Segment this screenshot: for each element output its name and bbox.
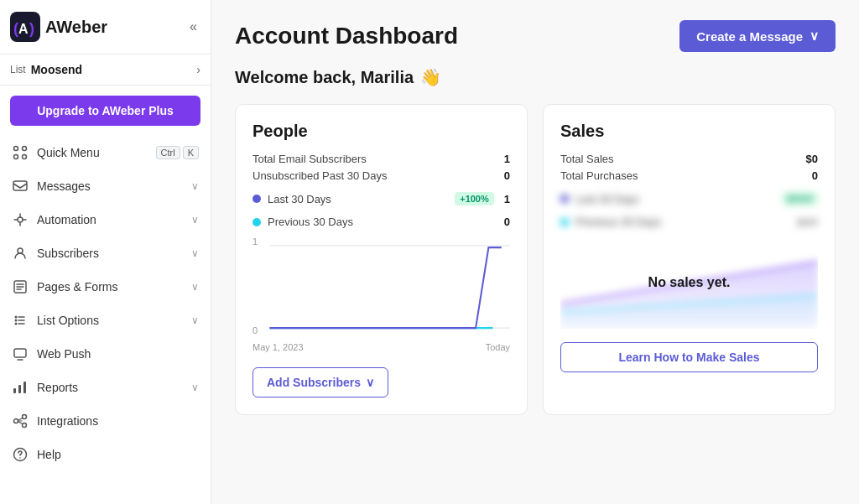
no-sales-text: No sales yet. xyxy=(648,275,731,290)
svg-rect-15 xyxy=(14,349,26,357)
last-30-days-count: 1 xyxy=(504,193,510,205)
people-card: People Total Email Subscribers 1 Unsubsc… xyxy=(235,104,528,415)
list-selector[interactable]: List Moosend › xyxy=(0,55,211,86)
pages-forms-chevron-icon: ∨ xyxy=(191,281,199,293)
previous-30-days-label: Previous 30 Days xyxy=(268,216,353,228)
quick-menu-shortcut: Ctrl K xyxy=(156,146,199,159)
previous-30-days-count: 0 xyxy=(504,216,510,228)
create-message-button[interactable]: Create a Message ∨ xyxy=(679,20,836,52)
sidebar-item-automation[interactable]: Automation ∨ xyxy=(0,203,211,236)
people-chart-svg xyxy=(252,236,510,337)
sidebar-item-quick-menu[interactable]: Quick Menu Ctrl K xyxy=(0,136,211,169)
reports-icon xyxy=(12,379,29,396)
people-chart: 1 0 May 1, 2023 Today xyxy=(252,236,510,354)
automation-chevron-icon: ∨ xyxy=(191,214,199,226)
subscribers-label: Subscribers xyxy=(37,247,183,260)
people-card-title: People xyxy=(252,122,510,141)
automation-label: Automation xyxy=(37,213,183,226)
svg-rect-8 xyxy=(13,181,27,190)
help-icon xyxy=(12,446,29,463)
integrations-icon xyxy=(12,413,29,429)
welcome-message: Welcome back, Marilia xyxy=(235,68,414,87)
quick-menu-label: Quick Menu xyxy=(37,146,148,159)
sales-previous-30-legend: Previous 30 Days $### xyxy=(560,216,818,228)
sales-previous-30-label: Previous 30 Days xyxy=(575,216,661,228)
messages-icon xyxy=(12,178,29,195)
add-subscribers-button[interactable]: Add Subscribers ∨ xyxy=(252,367,388,397)
sidebar-item-list-options[interactable]: List Options ∨ xyxy=(0,304,211,337)
svg-point-21 xyxy=(23,423,27,428)
welcome-emoji: 👋 xyxy=(420,67,441,87)
automation-icon xyxy=(12,211,29,228)
messages-chevron-icon: ∨ xyxy=(191,180,199,192)
sidebar-header: ( A ) AWeber « xyxy=(0,0,211,55)
sidebar-item-web-push[interactable]: Web Push xyxy=(0,337,211,371)
main-content: Account Dashboard Create a Message ∨ Wel… xyxy=(211,0,859,504)
app-name: AWeber xyxy=(45,18,107,37)
sales-previous-30-dot xyxy=(560,218,569,226)
svg-point-10 xyxy=(18,248,23,253)
sales-last-30-dot xyxy=(560,195,569,203)
sidebar-item-reports[interactable]: Reports ∨ xyxy=(0,371,211,404)
chart-x-labels: May 1, 2023 Today xyxy=(252,342,510,352)
sales-chart: No sales yet. xyxy=(560,236,818,329)
chart-x-start: May 1, 2023 xyxy=(252,342,304,352)
list-label: List xyxy=(10,64,26,75)
pages-forms-icon xyxy=(12,278,29,295)
pages-forms-label: Pages & Forms xyxy=(37,280,183,294)
list-options-chevron-icon: ∨ xyxy=(191,314,199,326)
dashboard-cards: People Total Email Subscribers 1 Unsubsc… xyxy=(235,104,836,415)
create-message-chevron-icon: ∨ xyxy=(810,29,819,44)
svg-point-20 xyxy=(23,415,27,419)
chart-y-top-label: 1 xyxy=(252,236,258,247)
aweber-logo-icon: ( A ) xyxy=(10,12,40,42)
upgrade-button[interactable]: Upgrade to AWeber Plus xyxy=(10,96,200,126)
page-title: Account Dashboard xyxy=(235,23,458,49)
chart-x-end: Today xyxy=(486,342,510,352)
unsubscribed-value: 0 xyxy=(504,169,510,182)
web-push-icon xyxy=(12,346,29,362)
svg-text:): ) xyxy=(29,20,34,37)
help-label: Help xyxy=(37,448,199,461)
list-options-label: List Options xyxy=(37,314,183,327)
last-30-days-dot xyxy=(252,195,261,203)
list-options-icon xyxy=(12,312,29,329)
total-sales-label: Total Sales xyxy=(560,153,614,165)
svg-point-23 xyxy=(19,457,21,459)
sidebar-item-pages-forms[interactable]: Pages & Forms ∨ xyxy=(0,270,211,304)
learn-sales-label: Learn How to Make Sales xyxy=(618,351,759,364)
svg-point-7 xyxy=(23,155,27,159)
web-push-label: Web Push xyxy=(37,347,199,361)
svg-rect-17 xyxy=(18,385,21,393)
total-purchases-stat: Total Purchases 0 xyxy=(560,169,818,182)
sales-last-30-badge: $#### xyxy=(782,192,818,205)
learn-how-to-make-sales-button[interactable]: Learn How to Make Sales xyxy=(560,342,818,372)
collapse-sidebar-button[interactable]: « xyxy=(186,16,200,38)
svg-point-14 xyxy=(15,323,18,325)
previous-30-days-legend: Previous 30 Days 0 xyxy=(252,216,510,228)
sales-card-footer: Learn How to Make Sales xyxy=(560,342,818,372)
integrations-label: Integrations xyxy=(37,414,199,428)
last-30-days-label: Last 30 Days xyxy=(268,193,331,205)
svg-point-19 xyxy=(14,419,18,423)
list-name: Moosend xyxy=(31,63,197,76)
unsubscribed-stat: Unsubscribed Past 30 Days 0 xyxy=(252,169,510,182)
svg-point-13 xyxy=(15,320,18,322)
svg-point-5 xyxy=(23,147,27,151)
total-subscribers-label: Total Email Subscribers xyxy=(252,153,367,165)
sidebar-item-subscribers[interactable]: Subscribers ∨ xyxy=(0,236,211,270)
quick-menu-icon xyxy=(12,144,29,161)
svg-rect-18 xyxy=(23,382,26,393)
add-subscribers-chevron-icon: ∨ xyxy=(366,376,374,389)
sidebar-item-help[interactable]: Help xyxy=(0,438,211,471)
total-purchases-label: Total Purchases xyxy=(560,169,638,182)
aweber-logo: ( A ) AWeber xyxy=(10,12,107,42)
svg-rect-16 xyxy=(13,388,16,393)
total-sales-stat: Total Sales $0 xyxy=(560,153,818,165)
reports-chevron-icon: ∨ xyxy=(191,382,199,393)
main-header: Account Dashboard Create a Message ∨ xyxy=(235,20,836,52)
sidebar-item-messages[interactable]: Messages ∨ xyxy=(0,169,211,203)
sidebar-item-integrations[interactable]: Integrations xyxy=(0,404,211,438)
svg-point-4 xyxy=(14,147,18,151)
subscribers-icon xyxy=(12,245,29,262)
